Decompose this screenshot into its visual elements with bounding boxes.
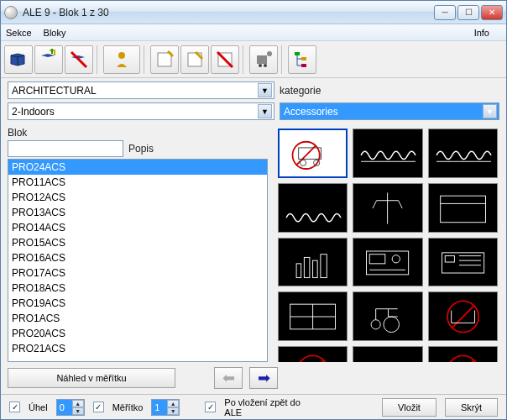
thumbnail[interactable] bbox=[278, 346, 348, 362]
toolbar bbox=[1, 41, 506, 78]
svg-rect-22 bbox=[440, 196, 485, 223]
toolbar-note-new-icon[interactable] bbox=[150, 45, 179, 74]
vlozit-button[interactable]: Vložit bbox=[382, 398, 436, 417]
menu-info[interactable]: Info bbox=[474, 28, 489, 38]
minimize-button[interactable]: ─ bbox=[434, 5, 456, 20]
list-item[interactable]: PRO24ACS bbox=[8, 160, 267, 175]
next-arrow-button[interactable]: ➡ bbox=[249, 367, 278, 389]
meritko-input[interactable]: 1 ▲▼ bbox=[151, 399, 180, 416]
list-item[interactable]: PRO1ACS bbox=[8, 311, 267, 326]
indoors-value: 2-Indoors bbox=[12, 106, 55, 118]
accessories-dropdown[interactable]: Accessories ▼ bbox=[280, 102, 499, 120]
thumbnail[interactable] bbox=[353, 183, 422, 233]
toolbar-open-icon[interactable] bbox=[4, 45, 33, 74]
svg-point-9 bbox=[267, 51, 272, 56]
svg-point-7 bbox=[259, 64, 262, 67]
prev-arrow-button[interactable]: ⬅ bbox=[214, 367, 243, 389]
svg-rect-24 bbox=[296, 264, 301, 278]
list-item[interactable]: PRO17ACS bbox=[8, 265, 267, 281]
toolbar-tree-icon[interactable] bbox=[288, 45, 316, 74]
chevron-down-icon: ▼ bbox=[258, 104, 272, 118]
svg-rect-6 bbox=[257, 55, 267, 64]
blok-name-input[interactable] bbox=[8, 140, 123, 157]
thumbnail[interactable] bbox=[428, 346, 498, 362]
popis-label: Popis bbox=[128, 143, 154, 155]
list-item[interactable]: PRO15ACS bbox=[8, 235, 267, 250]
toolbar-note-delete-icon[interactable] bbox=[211, 45, 239, 74]
thumbnail[interactable] bbox=[353, 238, 422, 287]
thumbnail[interactable] bbox=[278, 291, 348, 341]
thumbnail[interactable] bbox=[278, 183, 348, 233]
menubar: Sekce Bloky Info bbox=[1, 24, 506, 41]
thumbnail[interactable] bbox=[353, 291, 422, 341]
uhel-checkbox[interactable] bbox=[9, 402, 20, 412]
svg-rect-12 bbox=[301, 64, 306, 67]
list-item[interactable]: PRO20ACS bbox=[8, 326, 267, 341]
list-item[interactable]: PRO12ACS bbox=[8, 190, 267, 205]
list-item[interactable]: PRO11ACS bbox=[8, 175, 267, 190]
kategorie-label: kategorie bbox=[280, 85, 499, 97]
po-vlozeni-checkbox[interactable] bbox=[205, 402, 216, 412]
svg-line-0 bbox=[71, 52, 86, 67]
svg-point-16 bbox=[300, 160, 306, 165]
list-item[interactable]: PRO21ACS bbox=[8, 341, 267, 356]
architectural-dropdown[interactable]: ARCHITECTURAL ▼ bbox=[8, 81, 274, 99]
meritko-checkbox[interactable] bbox=[93, 402, 104, 412]
uhel-label: Úhel bbox=[29, 402, 48, 412]
svg-rect-11 bbox=[301, 57, 306, 60]
thumbnail[interactable] bbox=[428, 291, 498, 341]
toolbar-note-edit-icon[interactable] bbox=[180, 45, 209, 74]
list-item[interactable]: PRO19ACS bbox=[8, 296, 267, 311]
toolbar-person-icon[interactable] bbox=[103, 45, 140, 74]
maximize-button[interactable]: ☐ bbox=[457, 5, 479, 20]
svg-line-44 bbox=[452, 306, 473, 328]
svg-rect-33 bbox=[445, 256, 454, 262]
blok-label: Blok bbox=[8, 127, 268, 139]
svg-rect-2 bbox=[158, 53, 171, 66]
svg-rect-25 bbox=[304, 258, 309, 278]
menu-sekce[interactable]: Sekce bbox=[6, 28, 32, 38]
titlebar: ALE 9 - Blok 1 z 30 ─ ☐ ✕ bbox=[1, 1, 506, 24]
nav-row: Náhled v měřítku ⬅ ➡ bbox=[1, 362, 506, 394]
thumbnail[interactable] bbox=[428, 183, 498, 233]
indoors-dropdown[interactable]: 2-Indoors ▼ bbox=[8, 102, 274, 120]
svg-point-40 bbox=[384, 317, 400, 333]
toolbar-delete-icon[interactable] bbox=[65, 45, 93, 74]
thumbnail[interactable] bbox=[428, 238, 498, 287]
list-item[interactable]: PRO18ACS bbox=[8, 281, 267, 296]
po-vlozeni-label: Po vložení zpět do ALE bbox=[224, 397, 316, 417]
app-window: ALE 9 - Blok 1 z 30 ─ ☐ ✕ Sekce Bloky In… bbox=[0, 0, 507, 420]
thumbnail[interactable] bbox=[278, 238, 348, 287]
uhel-input[interactable]: 0 ▲▼ bbox=[56, 399, 85, 416]
preview-button[interactable]: Náhled v měřítku bbox=[8, 368, 175, 388]
app-icon bbox=[4, 6, 18, 19]
svg-point-1 bbox=[118, 52, 125, 59]
svg-rect-27 bbox=[321, 255, 327, 278]
block-list[interactable]: PRO24ACSPRO11ACSPRO12ACSPRO13ACSPRO14ACS… bbox=[8, 159, 268, 362]
thumbnail[interactable] bbox=[428, 129, 498, 178]
chevron-down-icon: ▼ bbox=[483, 104, 497, 118]
toolbar-camera-icon[interactable] bbox=[249, 45, 278, 74]
window-title: ALE 9 - Blok 1 z 30 bbox=[23, 7, 434, 18]
toolbar-save-icon[interactable] bbox=[34, 45, 63, 74]
svg-line-51 bbox=[452, 360, 473, 362]
svg-rect-29 bbox=[370, 255, 386, 264]
thumbnail[interactable] bbox=[353, 129, 422, 178]
skryt-button[interactable]: Skrýt bbox=[445, 398, 498, 417]
right-panel bbox=[276, 127, 499, 362]
architectural-value: ARCHITECTURAL bbox=[12, 85, 97, 97]
list-item[interactable]: PRO14ACS bbox=[8, 220, 267, 235]
thumbnail[interactable] bbox=[353, 346, 422, 362]
menu-bloky[interactable]: Bloky bbox=[44, 28, 66, 38]
thumbnail-grid bbox=[276, 127, 499, 362]
svg-line-46 bbox=[302, 360, 324, 362]
close-button[interactable]: ✕ bbox=[481, 5, 503, 20]
accessories-value: Accessories bbox=[284, 106, 338, 118]
thumbnail-scroll[interactable] bbox=[276, 127, 499, 362]
thumbnail[interactable] bbox=[278, 129, 348, 178]
list-item[interactable]: PRO13ACS bbox=[8, 205, 267, 220]
meritko-label: Měřítko bbox=[112, 402, 144, 412]
list-item[interactable]: PRO16ACS bbox=[8, 250, 267, 265]
chevron-down-icon: ▼ bbox=[258, 83, 272, 97]
bottom-bar: Úhel 0 ▲▼ Měřítko 1 ▲▼ Po vložení zpět d… bbox=[1, 394, 506, 419]
